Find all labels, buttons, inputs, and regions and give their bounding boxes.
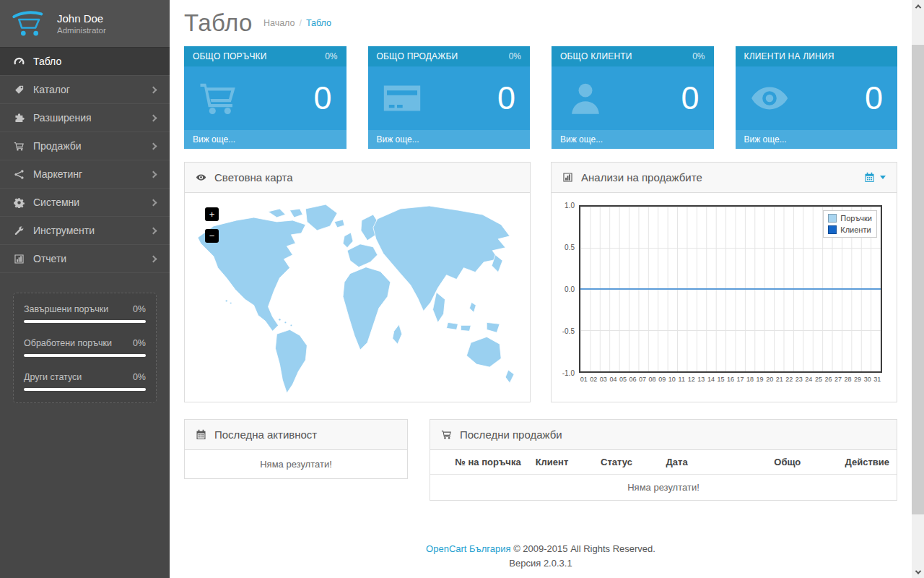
sidebar-item-dashboard[interactable]: Табло <box>0 48 170 76</box>
sidebar-item-tools[interactable]: Инструменти <box>0 217 170 245</box>
scrollbar-down-button[interactable] <box>912 566 924 578</box>
legend-label: Клиенти <box>840 225 871 234</box>
breadcrumb-home-link[interactable]: Начало <box>263 18 295 28</box>
tile-header: ОБЩО ПРОДАЖБИ0% <box>368 46 531 66</box>
sidebar-item-label: Отчети <box>33 253 151 264</box>
legend-swatch <box>828 225 837 234</box>
date-range-button[interactable] <box>864 172 886 183</box>
tile-value: 0 <box>865 79 883 117</box>
sales-chart-body: 1.00.50.0-0.5-1.0 ПоръчкиКлиенти 0102030… <box>552 193 897 402</box>
footer-link[interactable]: OpenCart България <box>426 543 510 554</box>
latest-orders-table: № на поръчкаКлиентСтатусДатаОбщоДействие… <box>430 450 897 500</box>
cart-icon <box>441 429 453 440</box>
footer-copyright-line: OpenCart България © 2009-2015 All Rights… <box>184 542 897 556</box>
tile-sales-total: ОБЩО ПРОДАЖБИ0%0Виж още... <box>368 46 531 149</box>
map-zoom-out-button[interactable]: − <box>205 229 219 243</box>
profile-header[interactable]: John Doe Administrator <box>0 0 170 48</box>
eye-icon <box>196 172 207 183</box>
sidebar-item-label: Продажби <box>33 140 151 152</box>
tile-see-more-link[interactable]: Виж още... <box>368 130 531 149</box>
world-map-panel: Световна карта + − <box>184 162 531 402</box>
x-tick-label: 19 <box>755 376 765 383</box>
x-tick-label: 21 <box>775 376 785 383</box>
sidebar-item-extensions[interactable]: Разширения <box>0 104 170 132</box>
y-tick-label: 0.5 <box>565 243 575 251</box>
wrench-icon <box>11 225 27 236</box>
sidebar: John Doe Administrator ТаблоКаталогРазши… <box>0 0 170 578</box>
x-tick-label: 20 <box>764 376 775 383</box>
sidebar-item-label: Табло <box>33 56 159 67</box>
user-name: John Doe <box>57 12 106 25</box>
order-stat-value: 0% <box>133 304 146 314</box>
world-map[interactable] <box>185 193 530 402</box>
order-stat: Завършени поръчки0% <box>24 298 146 332</box>
tile-percent: 0% <box>325 51 337 61</box>
x-tick-label: 05 <box>618 376 628 383</box>
scrollbar-up-button[interactable] <box>912 0 924 12</box>
x-tick-label: 09 <box>657 376 667 383</box>
order-stat-label: Обработени поръчки <box>24 338 112 348</box>
tag-icon <box>11 85 27 95</box>
sidebar-nav: ТаблоКаталогРазширенияПродажбиМаркетингС… <box>0 48 170 273</box>
dashboard-tiles: ОБЩО ПОРЪЧКИ0%0Виж още...ОБЩО ПРОДАЖБИ0%… <box>184 46 897 149</box>
order-stat-row: Завършени поръчки0% <box>24 304 146 314</box>
tile-see-more-link[interactable]: Виж още... <box>552 130 714 149</box>
chevron-up-icon <box>915 4 920 10</box>
chevron-right-icon <box>150 171 157 178</box>
world-map-panel-header: Световна карта <box>185 163 530 193</box>
sidebar-item-label: Системни <box>33 197 151 208</box>
map-zoom-controls: + − <box>205 207 219 243</box>
sidebar-item-reports[interactable]: Отчети <box>0 245 170 273</box>
x-tick-label: 31 <box>872 376 882 383</box>
chart-data-line <box>580 288 881 290</box>
puzzle-icon <box>11 113 27 124</box>
orders-column-header: № на поръчка <box>430 450 528 475</box>
tile-title: ОБЩО ПРОДАЖБИ <box>377 51 458 61</box>
bottom-panels-row: Последна активност Няма резултати! После… <box>184 419 897 501</box>
latest-orders-title: Последни продажби <box>460 428 562 441</box>
vertical-scrollbar[interactable] <box>912 0 924 578</box>
x-tick-label: 26 <box>824 376 834 383</box>
calendar-icon <box>196 429 207 440</box>
tile-body: 0 <box>736 66 898 130</box>
user-role: Administrator <box>57 26 106 35</box>
tile-body: 0 <box>552 66 714 130</box>
chevron-right-icon <box>150 199 157 206</box>
sidebar-item-catalog[interactable]: Каталог <box>0 76 170 104</box>
world-map-body: + − <box>185 193 530 402</box>
x-tick-label: 29 <box>853 376 863 383</box>
x-tick-label: 16 <box>725 376 736 383</box>
breadcrumb-current-link[interactable]: Табло <box>306 18 331 28</box>
sidebar-item-marketing[interactable]: Маркетинг <box>0 160 170 189</box>
calendar-icon <box>864 172 876 183</box>
tile-body: 0 <box>184 66 346 130</box>
caret-down-icon <box>880 176 886 179</box>
legend-swatch <box>828 214 837 223</box>
order-stat: Обработени поръчки0% <box>24 332 146 366</box>
middle-panels-row: Световна карта + − <box>184 162 897 402</box>
tile-value: 0 <box>681 79 699 117</box>
x-tick-label: 14 <box>706 376 716 383</box>
recent-activity-empty: Няма резултати! <box>185 450 407 478</box>
x-tick-label: 27 <box>833 376 843 383</box>
sidebar-item-label: Разширения <box>33 112 151 124</box>
tile-see-more-link[interactable]: Виж още... <box>736 130 898 149</box>
eye-icon <box>747 78 792 118</box>
breadcrumb: Начало/Табло <box>263 18 331 28</box>
tile-percent: 0% <box>692 51 705 61</box>
tile-see-more-link[interactable]: Виж още... <box>184 130 346 149</box>
y-tick-label: 0.0 <box>565 285 575 293</box>
sidebar-item-sales[interactable]: Продажби <box>0 132 170 160</box>
x-tick-label: 06 <box>628 376 638 383</box>
legend-entry: Поръчки <box>828 214 872 223</box>
sidebar-item-label: Инструменти <box>33 225 151 236</box>
map-zoom-in-button[interactable]: + <box>205 207 219 221</box>
sidebar-item-system[interactable]: Системни <box>0 189 170 217</box>
orders-column-header: Статус <box>593 450 658 475</box>
gear-icon <box>11 197 27 208</box>
scrollbar-thumb[interactable] <box>912 45 924 514</box>
chevron-down-icon <box>915 568 920 574</box>
chevron-right-icon <box>150 255 157 262</box>
dashboard-icon <box>11 56 27 67</box>
cart-icon <box>11 141 27 152</box>
